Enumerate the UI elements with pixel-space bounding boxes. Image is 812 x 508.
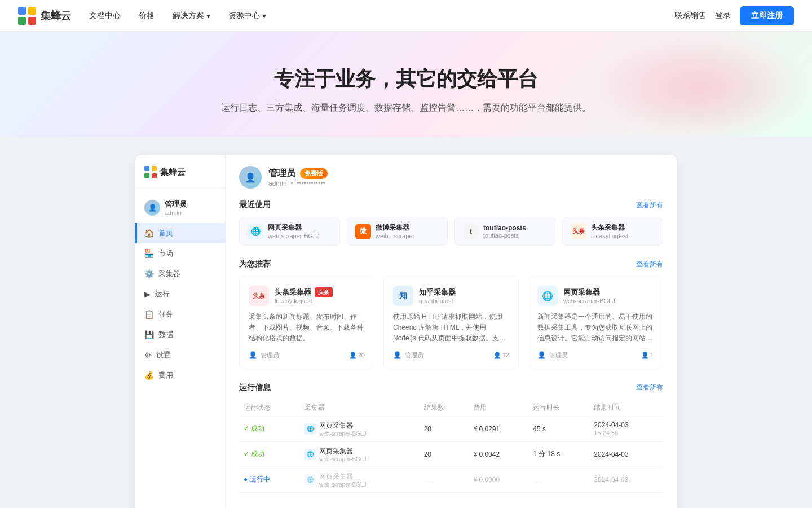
nav-link-docs[interactable]: 文档中心: [89, 11, 121, 21]
row-time-1: 2024-04-03: [589, 441, 663, 467]
recommend-card-1[interactable]: 知 知乎采集器 guanhoutest 使用原始 HTTP 请求抓取网站，使用 …: [383, 276, 519, 369]
recent-item-info-0: 网页采集器 web-scraper-BGLJ: [268, 223, 320, 239]
sidebar-item-run[interactable]: ▶ 运行: [135, 284, 225, 304]
profile-header: 👤 管理员 免费版 admin • ••••••••••••: [239, 166, 663, 189]
row-time-2: 2024-04-03: [589, 467, 663, 492]
run-info-header: 运行信息 查看所有: [239, 383, 663, 393]
login-link[interactable]: 登录: [715, 11, 731, 21]
register-button[interactable]: 立即注册: [740, 6, 794, 25]
billing-icon: 💰: [144, 371, 154, 380]
sidebar-item-scraper[interactable]: ⚙️ 采集器: [135, 264, 225, 284]
recent-item-name-0: 网页采集器: [268, 223, 320, 233]
card-count-1: 👤 12: [493, 352, 509, 359]
row-duration-1: 1 分 18 s: [528, 441, 589, 467]
logo-icon: [18, 7, 36, 25]
recommend-card-id-2: web-scraper-BGLJ: [563, 297, 615, 304]
recommend-card-0[interactable]: 头条 头条采集器 头条 lucasyflogtest 采集头条的新闻标题、发布时…: [239, 276, 374, 369]
recommend-icon-web: 🌐: [537, 286, 558, 306]
row-cost-0: ¥ 0.0291: [469, 416, 528, 441]
profile-avatar: 👤: [239, 166, 262, 189]
run-info-view-all[interactable]: 查看所有: [636, 383, 663, 392]
row-scraper-1: 🌐 网页采集器 web-scraper-BGLJ: [300, 441, 420, 467]
recommend-badge-0: 头条: [315, 287, 333, 297]
row-scraper-2: 🌐 网页采集器 web-scraper-BGLJ: [300, 467, 420, 492]
sidebar-item-billing[interactable]: 💰 费用: [135, 365, 225, 386]
recent-section: 最近使用 查看所有 🌐 网页采集器 web-scraper-BGLJ 微: [239, 200, 663, 246]
row-status-1: ✓ 成功: [239, 441, 300, 467]
row-status-0: ✓ 成功: [239, 416, 300, 441]
table-row: ✓ 成功 🌐 网页采集器 web-scraper-BGLJ: [239, 416, 663, 441]
table-row: ✓ 成功 🌐 网页采集器 web-scraper-BGLJ: [239, 441, 663, 467]
svg-rect-3: [28, 17, 36, 25]
run-info-section: 运行信息 查看所有 运行状态 采集器 结果数 费用 运行时长 结果时间: [239, 383, 663, 493]
recent-item-1[interactable]: 微 微博采集器 weibo-scraper: [347, 217, 448, 246]
sidebar-logo: 集蜂云: [135, 166, 225, 188]
recommend-grid: 头条 头条采集器 头条 lucasyflogtest 采集头条的新闻标题、发布时…: [239, 276, 663, 369]
market-icon: 🏪: [144, 249, 154, 258]
sidebar-item-data[interactable]: 💾 数据: [135, 325, 225, 345]
recent-icon-web: 🌐: [248, 224, 263, 239]
data-icon: 💾: [144, 330, 154, 339]
recent-item-0[interactable]: 🌐 网页采集器 web-scraper-BGLJ: [239, 217, 340, 246]
recommend-view-all[interactable]: 查看所有: [636, 260, 663, 269]
sidebar-item-home[interactable]: 🏠 首页: [135, 223, 225, 243]
navbar-left: 集蜂云 文档中心 价格 解决方案 ▾ 资源中心 ▾: [18, 7, 266, 25]
recommend-card-header-2: 🌐 网页采集器 web-scraper-BGLJ: [537, 286, 654, 306]
recent-item-3[interactable]: 头条 头条采集器 lucasyflogtest: [562, 217, 663, 246]
recent-item-2[interactable]: t toutiao-posts toutiao-posts: [454, 217, 555, 246]
row-duration-0: 45 s: [528, 416, 589, 441]
sidebar-item-settings[interactable]: ⚙ 设置: [135, 345, 225, 365]
recommend-title: 为您推荐: [239, 259, 271, 269]
row-scraper-0: 🌐 网页采集器 web-scraper-BGLJ: [300, 416, 420, 441]
scraper-icon-2: 🌐: [304, 474, 316, 485]
table-row: ● 运行中 🌐 网页采集器 web-scraper-BGLJ: [239, 467, 663, 492]
recommend-card-desc-0: 采集头条的新闻标题、发布时间、作者、下载图片、视频、音频。下载各种结构化格式的数…: [249, 312, 365, 344]
sidebar-logo-icon: [144, 166, 157, 178]
navbar: 集蜂云 文档中心 价格 解决方案 ▾ 资源中心 ▾ 联系销售 登录 立即注册: [0, 0, 812, 32]
sidebar-user-info: 管理员 admin: [165, 199, 187, 216]
row-results-2: —: [420, 467, 469, 492]
recent-section-header: 最近使用 查看所有: [239, 200, 663, 210]
sidebar-item-task[interactable]: 📋 任务: [135, 304, 225, 325]
scraper-icon-1: 🌐: [304, 449, 316, 460]
recommend-card-title-2: 网页采集器: [563, 287, 615, 297]
nav-link-resources[interactable]: 资源中心 ▾: [228, 11, 266, 21]
sidebar-userid: admin: [165, 209, 187, 216]
card-count-0: 👤 20: [349, 352, 365, 359]
col-time: 结果时间: [589, 400, 663, 417]
contact-sales-link[interactable]: 联系销售: [674, 11, 706, 21]
card-author-1: 管理员: [405, 351, 423, 360]
task-icon: 📋: [144, 310, 154, 319]
card-count-2: 👤 1: [641, 352, 654, 359]
svg-rect-2: [18, 17, 26, 25]
recommend-card-2[interactable]: 🌐 网页采集器 web-scraper-BGLJ 新闻采集器是一个通用的、易于使…: [528, 276, 663, 369]
main-content: 集蜂云 👤 管理员 admin 🏠 首页 🏪 市场 ⚙️: [0, 137, 812, 508]
recommend-card-footer-0: 👤 管理员 👤 20: [249, 351, 365, 360]
card-author-0: 管理员: [261, 351, 279, 360]
hero-title: 专注于业务，其它的交给平台: [0, 65, 812, 93]
logo[interactable]: 集蜂云: [18, 7, 71, 25]
hero-subtitle: 运行日志、三方集成、海量任务调度、数据存储、监控告警……，需要的功能平台都能提供…: [0, 102, 812, 114]
nav-link-solutions[interactable]: 解决方案 ▾: [173, 11, 210, 21]
row-time-0: 2024-04-0315:24:56: [589, 416, 663, 441]
profile-name-row: 管理员 免费版: [268, 168, 328, 179]
recent-item-name-3: 头条采集器: [591, 223, 629, 233]
svg-rect-7: [152, 173, 157, 178]
recommend-card-header-1: 知 知乎采集器 guanhoutest: [393, 286, 509, 306]
navbar-right: 联系销售 登录 立即注册: [674, 6, 794, 25]
recommend-card-desc-1: 使用原始 HTTP 请求抓取网站，使用 Cheerio 库解析 HTML，并使用…: [393, 312, 509, 344]
recent-item-id-0: web-scraper-BGLJ: [268, 233, 320, 239]
recommend-card-title-0: 头条采集器: [275, 287, 311, 297]
chevron-down-icon: ▾: [206, 11, 210, 20]
main-panel: 👤 管理员 免费版 admin • •••••••••••• 最近使: [226, 155, 677, 508]
sidebar-nav: 🏠 首页 🏪 市场 ⚙️ 采集器 ▶ 运行 📋 任务: [135, 223, 225, 386]
recommend-card-title-1: 知乎采集器: [419, 287, 456, 297]
col-scraper: 采集器: [300, 400, 420, 417]
recent-item-id-1: weibo-scraper: [376, 233, 414, 239]
recent-item-id-3: lucasyflogtest: [591, 233, 629, 239]
col-cost: 费用: [469, 400, 528, 417]
nav-link-price[interactable]: 价格: [139, 11, 155, 21]
sidebar-item-market[interactable]: 🏪 市场: [135, 243, 225, 264]
recent-view-all[interactable]: 查看所有: [636, 200, 663, 210]
recent-item-name-2: toutiao-posts: [483, 224, 526, 232]
